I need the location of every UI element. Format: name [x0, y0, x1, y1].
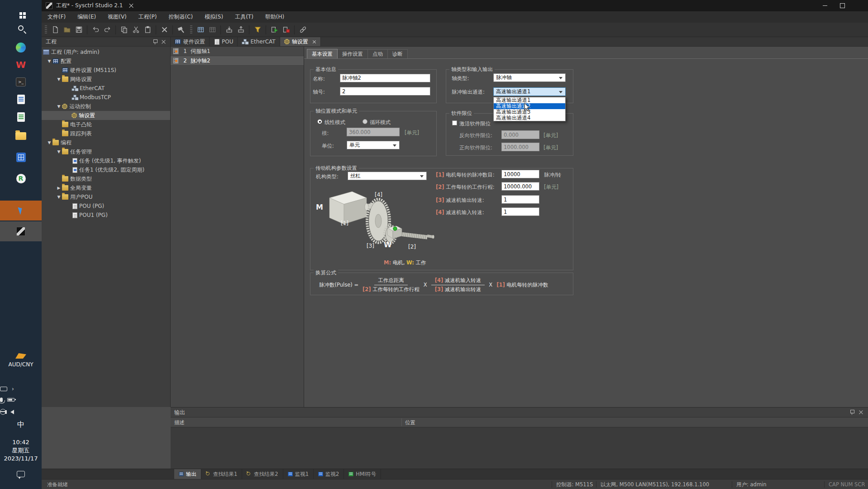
notification-center[interactable]	[0, 471, 42, 477]
notes-app-icon[interactable]	[0, 89, 42, 109]
name-input[interactable]	[340, 74, 430, 82]
column-divider[interactable]	[401, 418, 402, 426]
network-volume-tray[interactable]	[0, 409, 42, 415]
tree-item-全局变量[interactable]: ▶全局变量	[42, 183, 170, 192]
undo-button[interactable]	[90, 24, 101, 36]
download-plc-button[interactable]	[223, 24, 235, 36]
green-doc-app-icon[interactable]	[0, 107, 42, 127]
pointer-app-icon[interactable]	[0, 201, 42, 221]
ime-indicator[interactable]: 中	[0, 420, 42, 430]
file-explorer-icon[interactable]	[0, 126, 42, 146]
param-input[interactable]	[501, 207, 539, 216]
input-toolbar[interactable]: ›	[0, 386, 42, 392]
tree-item-POU1[interactable]: POU1 (PG)	[42, 211, 170, 220]
hw-table-button[interactable]	[195, 24, 206, 36]
column-position[interactable]: 位置	[405, 417, 415, 427]
expander-icon[interactable]: ▼	[56, 102, 62, 111]
redo-button[interactable]	[101, 24, 113, 36]
menu-item[interactable]: 编辑(E)	[72, 11, 102, 23]
search-icon[interactable]	[0, 18, 42, 38]
build-button[interactable]	[175, 24, 187, 36]
param-input[interactable]	[501, 182, 539, 191]
pin-icon[interactable]	[153, 39, 157, 44]
axis-list-item-伺服轴1[interactable]: 1伺服轴1	[171, 47, 304, 56]
settings-tab-点动[interactable]: 点动	[368, 49, 388, 59]
param-input[interactable]	[501, 170, 539, 178]
upload-plc-button[interactable]	[235, 24, 247, 36]
menu-item[interactable]: 工具(T)	[229, 11, 259, 23]
settings-tab-诊断[interactable]: 诊断	[388, 49, 408, 59]
maximize-button[interactable]	[834, 0, 851, 11]
dock-tab-监视2[interactable]: 监视2	[314, 469, 344, 479]
tree-item-EtherCAT[interactable]: EtherCAT	[42, 84, 170, 93]
save-button[interactable]	[73, 24, 85, 36]
copy-button[interactable]	[118, 24, 130, 36]
tree-item-POU[interactable]: POU (PG)	[42, 201, 170, 211]
tree-item-任务管理[interactable]: ▼任务管理	[42, 147, 170, 156]
column-description[interactable]: 描述	[171, 419, 185, 426]
filter-button[interactable]	[252, 24, 263, 36]
close-icon[interactable]	[312, 40, 316, 44]
stop-button[interactable]	[280, 24, 292, 36]
taskbar-clock[interactable]: 10:42 星期五 2023/11/17	[0, 438, 42, 463]
calculator-app-icon[interactable]	[0, 147, 42, 167]
expander-icon[interactable]: ▼	[56, 75, 62, 84]
tree-item-运动控制[interactable]: ▼运动控制	[42, 102, 170, 111]
doc-tab-EtherCAT[interactable]: EtherCAT	[238, 37, 280, 46]
menu-item[interactable]: 视图(V)	[102, 11, 133, 23]
menu-item[interactable]: 文件(F)	[42, 11, 72, 23]
tree-item-轴设置[interactable]: 轴设置	[42, 111, 170, 120]
tree-item-网络设置[interactable]: ▼网络设置	[42, 75, 170, 84]
close-icon[interactable]	[858, 410, 863, 415]
dock-tab-查找结果2[interactable]: 查找结果2	[242, 469, 283, 479]
axisno-input[interactable]	[340, 87, 430, 96]
paste-button[interactable]	[142, 24, 153, 36]
doc-tab-POU[interactable]: POU	[210, 37, 238, 46]
settings-tab-基本设置[interactable]: 基本设置	[307, 49, 338, 59]
dropdown-option[interactable]: 高速输出通道4	[494, 115, 565, 121]
tree-item-用户POU[interactable]: ▼用户POU	[42, 192, 170, 201]
doc-tab-轴设置[interactable]: 轴设置	[280, 37, 321, 46]
dock-tab-HMI符号[interactable]: HMI符号	[344, 469, 381, 479]
soft-limit-checkbox[interactable]	[452, 120, 457, 125]
hw-table2-button[interactable]	[206, 24, 218, 36]
minimize-button[interactable]	[816, 0, 834, 11]
doc-tab-硬件设置[interactable]: 硬件设置	[171, 37, 210, 46]
linear-mode-radio[interactable]	[317, 119, 322, 124]
link-button[interactable]	[297, 24, 309, 36]
mechanism-combo[interactable]: 丝杠	[348, 172, 427, 180]
sysctrl-app-icon[interactable]	[0, 221, 42, 241]
tree-item-任务[interactable]: 任务 (优先级1, 事件触发)	[42, 156, 170, 165]
mic-battery-tray[interactable]	[0, 398, 42, 402]
tree-item-ModbusTCP[interactable]: ModbusTCP	[42, 93, 170, 102]
param-input[interactable]	[501, 195, 539, 204]
settings-tab-操作设置[interactable]: 操作设置	[338, 49, 368, 59]
tree-item-任务1[interactable]: 任务1 (优先级2, 固定周期)	[42, 165, 170, 174]
expander-icon[interactable]: ▼	[46, 57, 52, 66]
tree-item-工程[interactable]: 工程 (用户: admin)	[42, 48, 170, 57]
dock-tab-输出[interactable]: 输出	[174, 469, 201, 479]
menu-item[interactable]: 工程(P)	[133, 11, 163, 23]
tree-item-硬件设置[interactable]: 硬件设置 (M511S)	[42, 66, 170, 75]
dock-tab-监视1[interactable]: 监视1	[283, 469, 314, 479]
r-app-icon[interactable]: R	[0, 168, 42, 188]
dock-tab-查找结果1[interactable]: 查找结果1	[201, 469, 242, 479]
expander-icon[interactable]: ▼	[56, 147, 62, 156]
new-file-button[interactable]	[49, 24, 61, 36]
tree-item-电子凸轮[interactable]: 电子凸轮	[42, 120, 170, 129]
run-button[interactable]	[268, 24, 280, 36]
menu-item[interactable]: 模拟(S)	[199, 11, 229, 23]
close-button[interactable]	[123, 0, 140, 11]
tree-item-数据类型[interactable]: 数据类型	[42, 174, 170, 183]
pulse-channel-combo[interactable]: 高速输出通道1	[493, 87, 566, 96]
tree-item-配置[interactable]: ▼配置	[42, 57, 170, 66]
expander-icon[interactable]: ▼	[56, 192, 62, 201]
unit-combo[interactable]: 单元	[347, 141, 400, 149]
expander-icon[interactable]: ▶	[56, 183, 62, 192]
cut-button[interactable]	[130, 24, 142, 36]
expander-icon[interactable]: ▼	[46, 138, 52, 147]
menu-item[interactable]: 帮助(H)	[259, 11, 290, 23]
tree-item-编程[interactable]: ▼编程	[42, 138, 170, 147]
cyclic-mode-radio[interactable]	[362, 119, 367, 124]
tree-item-跟踪列表[interactable]: 跟踪列表	[42, 129, 170, 138]
